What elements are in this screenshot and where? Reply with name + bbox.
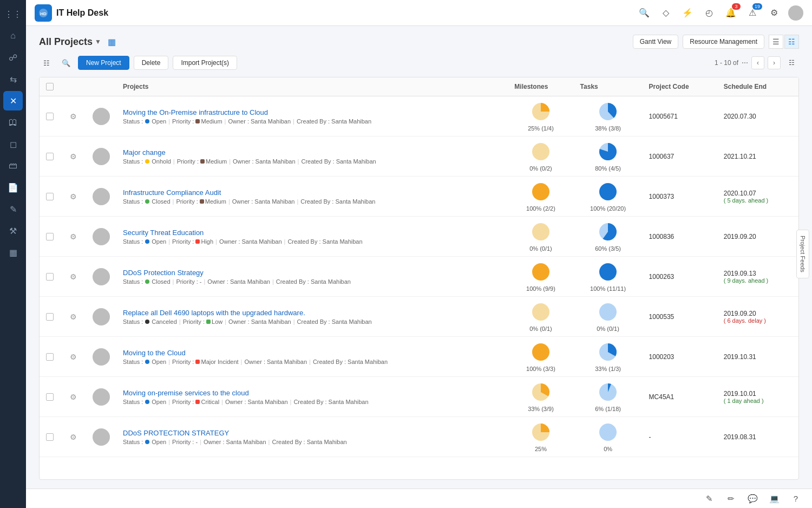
row-schedule-end-cell: 2019.09.13 ( 9 days. ahead ) <box>717 257 798 297</box>
app-title: IT Help Desk <box>56 8 632 18</box>
nav-file-icon[interactable]: 📄 <box>3 178 23 197</box>
new-project-button[interactable]: New Project <box>78 56 129 70</box>
nav-chart-icon[interactable]: ✎ <box>3 199 23 219</box>
delete-button[interactable]: Delete <box>134 56 169 70</box>
row-gear-icon[interactable]: ⚙ <box>67 390 80 403</box>
sep2: | <box>225 118 226 125</box>
prev-page-button[interactable]: ‹ <box>751 56 764 69</box>
row-gear-icon[interactable]: ⚙ <box>67 310 80 323</box>
nav-active-icon[interactable]: ✕ <box>3 91 23 110</box>
row-gear-icon[interactable]: ⚙ <box>67 190 80 203</box>
search-table-icon[interactable]: 🔍 <box>58 55 74 70</box>
status-label: Status : <box>123 158 143 165</box>
select-all-checkbox[interactable] <box>46 83 54 90</box>
table-view-icon[interactable]: ☷ <box>39 55 54 70</box>
filter-icon[interactable]: ▦ <box>108 37 116 47</box>
project-name-link[interactable]: Major change <box>123 148 501 157</box>
row-milestones-cell: 0% (0/2) <box>508 136 573 177</box>
row-checkbox-cell <box>40 96 60 136</box>
row-checkbox[interactable] <box>46 113 54 120</box>
row-checkbox[interactable] <box>46 273 54 281</box>
status-value: Onhold <box>152 158 171 165</box>
nav-shuffle-icon[interactable]: ⇆ <box>3 69 23 89</box>
status-dot <box>145 279 149 284</box>
notification-bell-icon[interactable]: 🔔 3 <box>723 5 738 21</box>
project-name-link[interactable]: Moving on-premise services to the cloud <box>123 389 501 397</box>
project-name-link[interactable]: DDoS Protection Strategy <box>123 269 501 277</box>
row-gear-icon[interactable]: ⚙ <box>67 150 80 163</box>
nav-grid-icon[interactable]: ⋮⋮ <box>3 4 23 24</box>
next-page-button[interactable]: › <box>768 56 781 69</box>
row-checkbox[interactable] <box>46 433 54 441</box>
svg-point-13 <box>599 303 617 321</box>
diamond-icon[interactable]: ◇ <box>658 5 673 21</box>
list-view-button[interactable]: ☰ <box>769 35 783 49</box>
history-icon[interactable]: ◴ <box>702 5 717 21</box>
milestone-label: 0% (0/1) <box>529 325 552 332</box>
tasks-column-header: Tasks <box>574 77 643 96</box>
row-gear-cell: ⚙ <box>60 377 86 417</box>
sep3: | <box>290 399 292 405</box>
row-checkbox[interactable] <box>46 233 54 240</box>
nav-wrench-icon[interactable]: ⚒ <box>3 221 23 240</box>
project-name-link[interactable]: Replace all Dell 4690 laptops with the u… <box>123 309 501 317</box>
user-avatar[interactable] <box>788 5 803 21</box>
resource-mgmt-button[interactable]: Resource Management <box>683 35 764 49</box>
row-avatar <box>93 348 110 366</box>
row-milestones-cell: 100% (3/3) <box>508 337 573 377</box>
chevron-down-icon[interactable]: ▼ <box>95 38 101 45</box>
project-name-link[interactable]: Moving to the Cloud <box>123 349 501 357</box>
row-gear-icon[interactable]: ⚙ <box>67 230 80 243</box>
row-checkbox[interactable] <box>46 393 54 401</box>
row-avatar <box>93 228 110 245</box>
import-button[interactable]: Import Project(s) <box>173 56 237 70</box>
keyboard-icon[interactable]: 💻 <box>767 491 782 506</box>
row-checkbox[interactable] <box>46 193 54 200</box>
sep1: | <box>173 278 174 285</box>
grid-view-button[interactable]: ☷ <box>784 35 799 49</box>
project-name-link[interactable]: DDoS PROTECTION STRATEGY <box>123 429 501 437</box>
nav-database-icon[interactable]: 🗃 <box>3 156 23 175</box>
status-dot <box>145 400 149 404</box>
row-gear-icon[interactable]: ⚙ <box>67 431 80 444</box>
projects-column-header: Projects <box>116 77 508 96</box>
tasks-pie-cell: 100% (11/11) <box>580 261 636 292</box>
row-checkbox[interactable] <box>46 153 54 160</box>
nav-tag-icon[interactable]: ☍ <box>3 48 23 67</box>
status-dot <box>145 440 149 444</box>
status-label: Status : <box>123 359 143 365</box>
edit-icon[interactable]: ✎ <box>702 491 717 506</box>
nav-layers-icon[interactable]: ▦ <box>3 243 23 262</box>
app-logo: HD <box>35 4 52 22</box>
nav-book-icon[interactable]: 🕮 <box>3 113 23 132</box>
row-tasks-cell: 38% (3/8) <box>574 96 643 136</box>
chat-icon[interactable]: 💬 <box>745 491 760 506</box>
project-name-link[interactable]: Moving the On-Premise infrastructure to … <box>123 108 501 116</box>
help-icon[interactable]: ? <box>788 491 803 506</box>
table-row: ⚙ DDoS Protection Strategy Status : Clos… <box>40 257 798 297</box>
row-gear-icon[interactable]: ⚙ <box>67 270 80 283</box>
sep1: | <box>173 158 175 165</box>
schedule-end-date: 2021.10.21 <box>724 153 792 160</box>
settings-icon[interactable]: ⚙ <box>767 5 782 21</box>
clipboard-icon[interactable]: ✏ <box>723 491 738 506</box>
row-checkbox[interactable] <box>46 313 54 321</box>
column-settings-icon[interactable]: ☷ <box>784 55 799 70</box>
project-name-link[interactable]: Infrastructure Compliance Audit <box>123 188 501 197</box>
gantt-view-button[interactable]: Gantt View <box>633 35 678 49</box>
sep2: | <box>215 238 217 245</box>
row-checkbox-cell <box>40 377 60 417</box>
row-gear-icon[interactable]: ⚙ <box>67 350 80 363</box>
owner-label: Owner : Santa Mahiban <box>228 118 291 125</box>
project-name-link[interactable]: Security Threat Education <box>123 229 501 237</box>
alert-icon[interactable]: ⚠ 19 <box>745 5 760 21</box>
project-feeds-tab[interactable]: Project Feeds <box>796 230 809 278</box>
flash-icon[interactable]: ⚡ <box>680 5 695 21</box>
row-checkbox[interactable] <box>46 353 54 361</box>
owner-label: Owner : Santa Mahiban <box>233 158 296 165</box>
nav-home-icon[interactable]: ⌂ <box>3 26 23 45</box>
row-gear-icon[interactable]: ⚙ <box>67 110 80 123</box>
search-icon[interactable]: 🔍 <box>637 5 652 21</box>
nav-box-icon[interactable]: ◻ <box>3 134 23 154</box>
top-bar-actions: 🔍 ◇ ⚡ ◴ 🔔 3 ⚠ 19 ⚙ <box>637 5 803 21</box>
